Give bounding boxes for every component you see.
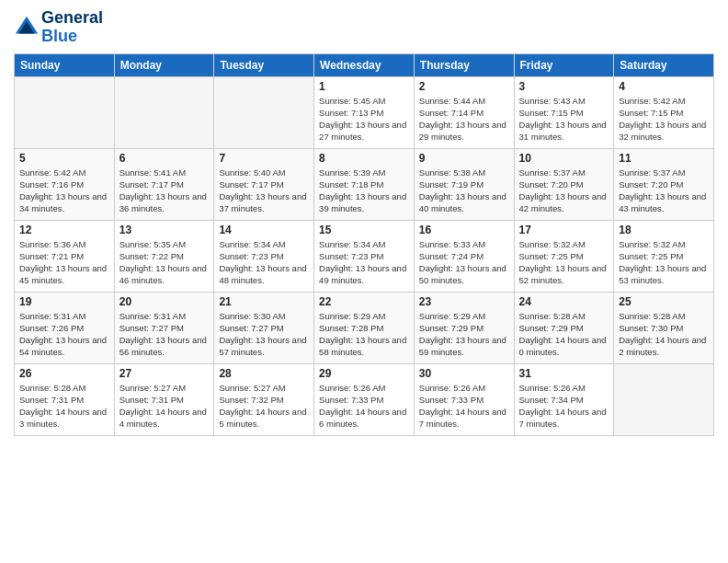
calendar-cell: 19Sunrise: 5:31 AMSunset: 7:26 PMDayligh… (15, 292, 115, 363)
day-info: Sunrise: 5:35 AMSunset: 7:22 PMDaylight:… (119, 238, 210, 287)
day-info: Sunrise: 5:30 AMSunset: 7:27 PMDaylight:… (219, 310, 309, 359)
calendar-cell: 28Sunrise: 5:27 AMSunset: 7:32 PMDayligh… (214, 363, 314, 435)
day-number: 14 (219, 224, 309, 236)
day-info: Sunrise: 5:44 AMSunset: 7:14 PMDaylight:… (419, 95, 509, 144)
day-number: 10 (519, 152, 609, 165)
calendar-cell: 3Sunrise: 5:43 AMSunset: 7:15 PMDaylight… (514, 76, 614, 148)
calendar-cell: 9Sunrise: 5:38 AMSunset: 7:19 PMDaylight… (414, 148, 514, 220)
day-number: 27 (119, 367, 210, 380)
calendar-cell: 24Sunrise: 5:28 AMSunset: 7:29 PMDayligh… (514, 292, 614, 363)
calendar-cell: 23Sunrise: 5:29 AMSunset: 7:29 PMDayligh… (414, 292, 514, 363)
day-info: Sunrise: 5:32 AMSunset: 7:25 PMDaylight:… (619, 238, 709, 287)
day-number: 7 (219, 152, 309, 165)
calendar-cell: 18Sunrise: 5:32 AMSunset: 7:25 PMDayligh… (614, 220, 714, 292)
logo: General Blue (14, 9, 103, 46)
weekday-header: Thursday (414, 53, 514, 76)
day-number: 5 (19, 152, 109, 165)
calendar-cell: 27Sunrise: 5:27 AMSunset: 7:31 PMDayligh… (114, 363, 214, 435)
calendar-table: SundayMondayTuesdayWednesdayThursdayFrid… (14, 53, 714, 436)
day-number: 26 (19, 367, 109, 380)
calendar-cell: 31Sunrise: 5:26 AMSunset: 7:34 PMDayligh… (514, 363, 614, 435)
day-number: 16 (419, 224, 509, 236)
day-number: 4 (619, 80, 709, 93)
day-info: Sunrise: 5:34 AMSunset: 7:23 PMDaylight:… (219, 238, 309, 287)
calendar-cell (114, 76, 214, 148)
day-info: Sunrise: 5:42 AMSunset: 7:16 PMDaylight:… (19, 167, 109, 215)
weekday-header: Saturday (614, 53, 714, 76)
calendar-cell: 22Sunrise: 5:29 AMSunset: 7:28 PMDayligh… (314, 292, 415, 363)
day-info: Sunrise: 5:27 AMSunset: 7:32 PMDaylight:… (219, 382, 309, 431)
weekday-header: Friday (514, 53, 614, 76)
day-number: 31 (519, 367, 609, 380)
calendar-cell: 10Sunrise: 5:37 AMSunset: 7:20 PMDayligh… (514, 148, 614, 220)
day-number: 6 (119, 152, 210, 165)
calendar-cell: 17Sunrise: 5:32 AMSunset: 7:25 PMDayligh… (514, 220, 614, 292)
calendar-cell (15, 76, 115, 148)
weekday-header: Wednesday (314, 53, 415, 76)
day-info: Sunrise: 5:28 AMSunset: 7:31 PMDaylight:… (19, 382, 109, 431)
day-info: Sunrise: 5:41 AMSunset: 7:17 PMDaylight:… (119, 167, 210, 215)
calendar-cell: 8Sunrise: 5:39 AMSunset: 7:18 PMDaylight… (314, 148, 415, 220)
calendar-week-row: 19Sunrise: 5:31 AMSunset: 7:26 PMDayligh… (15, 292, 714, 363)
calendar-week-row: 1Sunrise: 5:45 AMSunset: 7:13 PMDaylight… (15, 76, 714, 148)
calendar-week-row: 5Sunrise: 5:42 AMSunset: 7:16 PMDaylight… (15, 148, 714, 220)
calendar-cell: 2Sunrise: 5:44 AMSunset: 7:14 PMDaylight… (414, 76, 514, 148)
calendar-header-row: SundayMondayTuesdayWednesdayThursdayFrid… (15, 53, 714, 76)
calendar-cell: 15Sunrise: 5:34 AMSunset: 7:23 PMDayligh… (314, 220, 415, 292)
day-info: Sunrise: 5:26 AMSunset: 7:33 PMDaylight:… (319, 382, 409, 431)
calendar-cell (214, 76, 314, 148)
day-info: Sunrise: 5:29 AMSunset: 7:29 PMDaylight:… (419, 310, 509, 359)
day-number: 28 (219, 367, 309, 380)
day-number: 3 (519, 80, 609, 93)
day-number: 8 (319, 152, 409, 165)
logo-text: General Blue (41, 9, 103, 46)
calendar-cell: 25Sunrise: 5:28 AMSunset: 7:30 PMDayligh… (614, 292, 714, 363)
day-info: Sunrise: 5:43 AMSunset: 7:15 PMDaylight:… (519, 95, 609, 144)
day-info: Sunrise: 5:42 AMSunset: 7:15 PMDaylight:… (619, 95, 709, 144)
day-number: 23 (419, 295, 509, 308)
calendar-week-row: 12Sunrise: 5:36 AMSunset: 7:21 PMDayligh… (15, 220, 714, 292)
weekday-header: Sunday (15, 53, 115, 76)
day-number: 22 (319, 295, 409, 308)
weekday-header: Monday (114, 53, 214, 76)
day-info: Sunrise: 5:26 AMSunset: 7:34 PMDaylight:… (519, 382, 609, 431)
day-info: Sunrise: 5:29 AMSunset: 7:28 PMDaylight:… (319, 310, 409, 359)
day-info: Sunrise: 5:37 AMSunset: 7:20 PMDaylight:… (619, 167, 709, 215)
calendar-cell: 21Sunrise: 5:30 AMSunset: 7:27 PMDayligh… (214, 292, 314, 363)
day-info: Sunrise: 5:39 AMSunset: 7:18 PMDaylight:… (319, 167, 409, 215)
calendar-cell: 7Sunrise: 5:40 AMSunset: 7:17 PMDaylight… (214, 148, 314, 220)
day-info: Sunrise: 5:28 AMSunset: 7:30 PMDaylight:… (619, 310, 709, 359)
day-number: 19 (19, 295, 109, 308)
day-info: Sunrise: 5:36 AMSunset: 7:21 PMDaylight:… (19, 238, 109, 287)
calendar-cell: 1Sunrise: 5:45 AMSunset: 7:13 PMDaylight… (314, 76, 415, 148)
day-info: Sunrise: 5:26 AMSunset: 7:33 PMDaylight:… (419, 382, 509, 431)
calendar-cell: 29Sunrise: 5:26 AMSunset: 7:33 PMDayligh… (314, 363, 415, 435)
page-header: General Blue (14, 9, 714, 46)
calendar-cell: 20Sunrise: 5:31 AMSunset: 7:27 PMDayligh… (114, 292, 214, 363)
day-number: 13 (119, 224, 210, 236)
calendar-cell: 30Sunrise: 5:26 AMSunset: 7:33 PMDayligh… (414, 363, 514, 435)
day-number: 2 (419, 80, 509, 93)
day-number: 1 (319, 80, 409, 93)
calendar-cell: 14Sunrise: 5:34 AMSunset: 7:23 PMDayligh… (214, 220, 314, 292)
day-number: 11 (619, 152, 709, 165)
day-number: 21 (219, 295, 309, 308)
day-info: Sunrise: 5:32 AMSunset: 7:25 PMDaylight:… (519, 238, 609, 287)
day-number: 25 (619, 295, 709, 308)
day-number: 24 (519, 295, 609, 308)
day-number: 9 (419, 152, 509, 165)
day-number: 17 (519, 224, 609, 236)
calendar-cell: 12Sunrise: 5:36 AMSunset: 7:21 PMDayligh… (15, 220, 115, 292)
calendar-cell: 26Sunrise: 5:28 AMSunset: 7:31 PMDayligh… (15, 363, 115, 435)
calendar-cell: 16Sunrise: 5:33 AMSunset: 7:24 PMDayligh… (414, 220, 514, 292)
day-info: Sunrise: 5:37 AMSunset: 7:20 PMDaylight:… (519, 167, 609, 215)
calendar-week-row: 26Sunrise: 5:28 AMSunset: 7:31 PMDayligh… (15, 363, 714, 435)
day-number: 15 (319, 224, 409, 236)
day-info: Sunrise: 5:31 AMSunset: 7:26 PMDaylight:… (19, 310, 109, 359)
day-info: Sunrise: 5:45 AMSunset: 7:13 PMDaylight:… (319, 95, 409, 144)
page-container: General Blue SundayMondayTuesdayWednesda… (0, 0, 728, 445)
day-info: Sunrise: 5:33 AMSunset: 7:24 PMDaylight:… (419, 238, 509, 287)
day-info: Sunrise: 5:28 AMSunset: 7:29 PMDaylight:… (519, 310, 609, 359)
day-number: 30 (419, 367, 509, 380)
day-info: Sunrise: 5:34 AMSunset: 7:23 PMDaylight:… (319, 238, 409, 287)
